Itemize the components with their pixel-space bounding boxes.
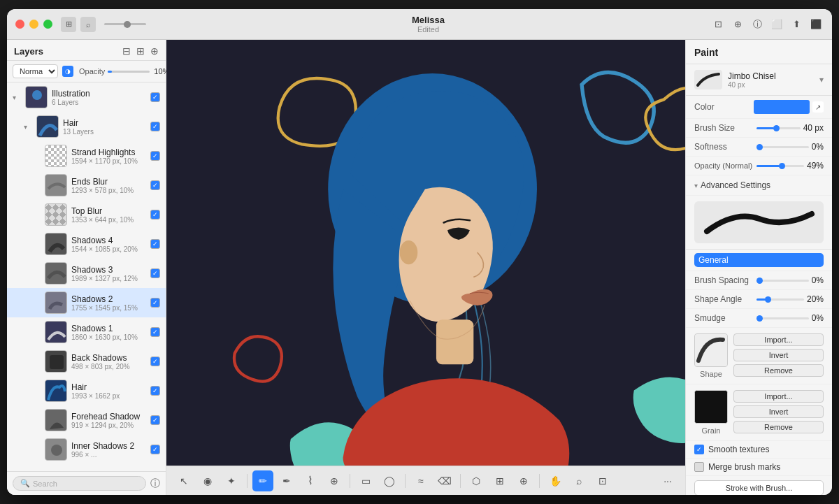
zoom-tool-button[interactable]: ⌕	[568, 470, 589, 491]
sidebar-toggle-icon[interactable]: ⊞	[61, 17, 76, 32]
shape-import-button[interactable]: Import...	[733, 333, 824, 346]
layer-item[interactable]: ▸ Shadows 3 1989 × 1327 px, 12% ✓	[7, 259, 166, 288]
smudge-tool-button[interactable]: ≈	[410, 470, 431, 491]
warp-tool-button[interactable]: ⊕	[513, 470, 534, 491]
smooth-textures-checkbox[interactable]: ✓	[694, 445, 704, 454]
close-button[interactable]	[15, 20, 24, 29]
layer-item[interactable]: ▾ Hair 13 Layers ✓	[7, 112, 166, 141]
layer-expand-icon[interactable]: ▾	[24, 123, 32, 131]
layer-name: Strand Highlights	[71, 147, 146, 157]
merge-brush-marks-checkbox[interactable]	[694, 462, 704, 472]
layer-item[interactable]: ▸ Strand Highlights 1594 × 1170 px, 10% …	[7, 141, 166, 171]
select-tool-button[interactable]: ↖	[173, 470, 194, 491]
layer-visibility-checkbox[interactable]: ✓	[150, 239, 160, 249]
info-icon[interactable]: ⓘ	[750, 17, 765, 32]
layer-item[interactable]: ▾ Illustration 6 Layers ✓	[7, 82, 166, 112]
layer-expand-icon[interactable]: ▾	[13, 94, 21, 101]
lasso-tool-button[interactable]: ⬡	[466, 470, 487, 491]
fullscreen-icon[interactable]: ⊡	[710, 17, 726, 32]
maximize-button[interactable]	[43, 20, 52, 29]
softness-slider[interactable]	[756, 146, 809, 148]
color-swatch[interactable]	[754, 100, 810, 114]
advanced-settings-header[interactable]: ▾ Advanced Settings	[686, 175, 832, 196]
layer-item[interactable]: ▸ Shadows 2 1755 × 1545 px, 15% ✓	[7, 288, 166, 317]
shape-invert-button[interactable]: Invert	[733, 349, 824, 361]
opacity-normal-slider[interactable]	[756, 165, 804, 167]
opacity-slider[interactable]	[108, 71, 150, 73]
brush-size-slider[interactable]	[756, 127, 801, 129]
svg-rect-19	[695, 391, 727, 423]
smudge-slider[interactable]	[756, 317, 809, 319]
layer-visibility-checkbox[interactable]: ✓	[150, 298, 160, 308]
brush-spacing-slider[interactable]	[756, 280, 809, 282]
general-dropdown[interactable]: General	[694, 253, 824, 267]
layer-item[interactable]: ▸ Forehead Shadow 919 × 1294 px, 20% ✓	[7, 405, 166, 435]
layer-item[interactable]: ▸ Top Blur 1353 × 644 px, 10% ✓	[7, 200, 166, 229]
canvas-area[interactable]: ↖ ◉ ✦ ✏ ✒ ⌇ ⊕ ▭ ◯ ≈ ⌫ ⬡ ⊞ ⊕ ✋ ⌕	[166, 40, 685, 495]
eraser-tool-button[interactable]: ⌫	[434, 470, 455, 491]
layers-more-icon[interactable]: ⊕	[150, 45, 159, 57]
layer-meta: 919 × 1294 px, 20%	[71, 422, 146, 429]
layer-thumbnail	[45, 291, 67, 314]
opacity-icon: ◑	[62, 66, 73, 77]
rect-tool-button[interactable]: ▭	[355, 470, 376, 491]
pen-tool-button[interactable]: ⌇	[300, 470, 321, 491]
layer-item[interactable]: ▸ Inner Shadows 2 996 × ... ✓	[7, 435, 166, 464]
grain-import-button[interactable]: Import...	[733, 390, 824, 403]
zoom-icon[interactable]: ⌕	[80, 17, 96, 32]
layers-panel: Layers ⊟ ⊞ ⊕ Normal ◑ Opacity 10%	[7, 40, 166, 495]
layers-header-icons: ⊟ ⊞ ⊕	[122, 45, 159, 57]
hand-tool-button[interactable]: ✋	[545, 470, 566, 491]
layers-settings-icon[interactable]: ⓘ	[150, 477, 160, 490]
fill-tool-button[interactable]: ◉	[197, 470, 218, 491]
layer-visibility-checkbox[interactable]: ✓	[150, 268, 160, 278]
share-icon[interactable]: ⬆	[789, 17, 804, 32]
layers-collapse-icon[interactable]: ⊟	[122, 45, 131, 57]
layer-visibility-checkbox[interactable]: ✓	[150, 122, 160, 131]
brush-selector[interactable]: Jimbo Chisel 40 px ▾	[686, 64, 832, 96]
titlebar: ⊞ ⌕ Melissa Edited ⊡ ⊕ ⓘ ⬜ ⬆ ⬛	[7, 9, 832, 40]
view-icon[interactable]: ⬛	[808, 17, 824, 32]
layers-add-icon[interactable]: ⊞	[136, 45, 145, 57]
layer-item[interactable]: ▸ Shadows 4 1544 × 1085 px, 20% ✓	[7, 229, 166, 259]
layer-visibility-checkbox[interactable]: ✓	[150, 180, 160, 190]
shape-angle-slider[interactable]	[756, 298, 804, 301]
duplicate-icon[interactable]: ⬜	[769, 17, 784, 32]
pencil-tool-button[interactable]: ✒	[276, 470, 297, 491]
color-edit-icon[interactable]: ↗	[812, 101, 824, 113]
layer-visibility-checkbox[interactable]: ✓	[150, 151, 160, 161]
eyedropper-tool-button[interactable]: ⊕	[324, 470, 345, 491]
layer-name: Forehead Shadow	[71, 412, 146, 422]
actions-tool-button[interactable]: ⊡	[592, 470, 613, 491]
layer-visibility-checkbox[interactable]: ✓	[150, 386, 160, 396]
shape-remove-button[interactable]: Remove	[733, 364, 824, 377]
layer-visibility-checkbox[interactable]: ✓	[150, 445, 160, 454]
layer-thumbnail	[45, 145, 67, 167]
more-options-button[interactable]: ···	[657, 470, 678, 491]
layer-item[interactable]: ▸ Ends Blur 1293 × 578 px, 10% ✓	[7, 171, 166, 200]
grain-remove-button[interactable]: Remove	[733, 421, 824, 433]
layer-item[interactable]: ▸ Back Shadows 498 × 803 px, 20% ✓	[7, 347, 166, 376]
minimize-button[interactable]	[29, 20, 38, 29]
brush-tool-button[interactable]: ✏	[252, 470, 273, 491]
layer-visibility-checkbox[interactable]: ✓	[150, 327, 160, 337]
shape-tool-button[interactable]: ✦	[221, 470, 242, 491]
layer-visibility-checkbox[interactable]: ✓	[150, 210, 160, 219]
reference-icon[interactable]: ⊕	[730, 17, 745, 32]
layer-item[interactable]: ▸ Shadows 1 1860 × 1630 px, 10% ✓	[7, 317, 166, 347]
layer-visibility-checkbox[interactable]: ✓	[150, 357, 160, 366]
shape-row: Shape Import... Invert Remove	[694, 333, 824, 378]
layer-visibility-checkbox[interactable]: ✓	[150, 415, 160, 425]
blend-mode-select[interactable]: Normal	[13, 64, 58, 78]
transform-tool-button[interactable]: ⊞	[489, 470, 510, 491]
layer-item[interactable]: ▸ Hair 1993 × 1662 px ✓	[7, 376, 166, 405]
layer-visibility-checkbox[interactable]: ✓	[150, 92, 160, 102]
smudge-label: Smudge	[694, 313, 754, 323]
paint-panel: Paint Jimbo Chisel 40 px ▾ Color ↗	[685, 40, 832, 495]
ellipse-tool-button[interactable]: ◯	[379, 470, 400, 491]
search-box[interactable]: 🔍 Search	[13, 476, 146, 491]
grain-invert-button[interactable]: Invert	[733, 405, 824, 418]
brush-expand-icon[interactable]: ▾	[819, 75, 824, 85]
stroke-with-brush-button[interactable]: Stroke with Brush...	[694, 480, 824, 495]
zoom-slider[interactable]	[104, 23, 146, 25]
